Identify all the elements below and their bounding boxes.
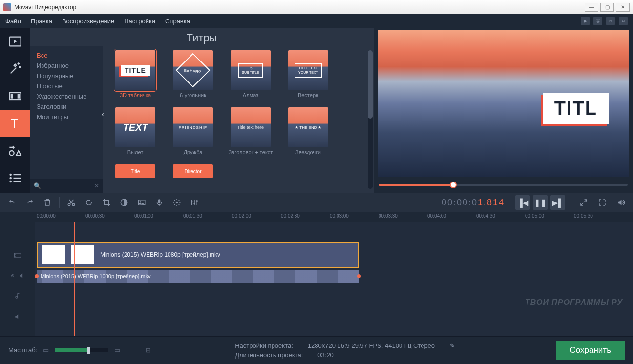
category-artistic[interactable]: Художественные — [30, 91, 103, 101]
svg-rect-19 — [158, 199, 161, 203]
close-button[interactable]: ✕ — [616, 3, 630, 12]
panel-title: Титры — [30, 28, 374, 46]
clip-properties-button[interactable] — [169, 195, 185, 210]
color-button[interactable] — [116, 195, 132, 210]
svg-point-6 — [9, 151, 14, 155]
category-my[interactable]: Мои титры — [30, 112, 103, 122]
prev-frame-button[interactable]: ▐◀ — [515, 195, 530, 210]
menu-settings[interactable]: Настройки — [124, 18, 155, 25]
volume-button[interactable] — [613, 195, 629, 210]
scrollbar[interactable] — [368, 50, 373, 189]
title-thumb[interactable]: ◇SUB TITLEАлмаз — [224, 50, 277, 99]
maximize-button[interactable]: ▢ — [600, 3, 614, 12]
title-thumb[interactable]: Title text hereЗаголовок + текст — [224, 107, 277, 156]
search-row: 🔍 ✕ — [30, 179, 103, 193]
menu-edit[interactable]: Правка — [31, 18, 52, 25]
title-thumb[interactable]: Be Happy6-угольник — [167, 50, 219, 99]
pause-button[interactable]: ❚❚ — [533, 195, 548, 210]
time-ruler[interactable]: 00:00:00 00:00:30 00:01:00 00:01:30 00:0… — [0, 212, 633, 222]
svg-rect-3 — [11, 94, 13, 98]
window-title: Movavi Видеоредактор — [14, 4, 76, 11]
timeline[interactable]: Minions (2015) WEBRip 1080p [трейлер].mk… — [0, 222, 633, 336]
preview-panel: TITL — [374, 28, 633, 193]
filters-tool[interactable] — [0, 55, 30, 82]
category-simple[interactable]: Простые — [30, 81, 103, 91]
crop-button[interactable] — [99, 195, 114, 210]
menu-playback[interactable]: Воспроизведение — [62, 18, 114, 25]
audio-clip[interactable]: Minions (2015) WEBRip 1080p [трейлер].mk… — [37, 270, 359, 283]
svg-point-27 — [20, 254, 20, 254]
svg-marker-7 — [16, 151, 21, 155]
redo-button[interactable] — [22, 195, 38, 210]
media-tool[interactable] — [0, 28, 30, 55]
svg-rect-23 — [196, 201, 198, 202]
app-logo-icon — [3, 3, 11, 11]
preview-canvas[interactable]: TITL — [378, 30, 629, 177]
search-clear-icon[interactable]: ✕ — [94, 182, 99, 189]
delete-button[interactable] — [40, 195, 55, 210]
svg-rect-4 — [18, 94, 20, 98]
save-button[interactable]: Сохранить — [556, 341, 625, 360]
title-thumb[interactable]: Title — [109, 164, 162, 178]
category-all[interactable]: Все — [30, 50, 103, 61]
svg-point-12 — [9, 181, 12, 183]
preview-scrubber[interactable] — [379, 180, 628, 190]
title-thumb[interactable]: TITLE TEXTYOUR TEXTВестерн — [282, 50, 335, 99]
title-thumb[interactable]: TEXTВылет — [109, 107, 162, 156]
svg-point-26 — [15, 256, 16, 256]
mute-icon[interactable] — [0, 310, 35, 324]
menu-file[interactable]: Файл — [5, 18, 21, 25]
stickers-tool[interactable] — [0, 137, 30, 164]
cut-button[interactable] — [63, 195, 79, 210]
zoom-out-icon[interactable]: ▭ — [43, 346, 49, 354]
project-duration-label: Длительность проекта: — [235, 351, 303, 359]
popout-button[interactable] — [576, 195, 591, 210]
menubar: Файл Правка Воспроизведение Настройки Сп… — [0, 14, 633, 28]
fullscreen-button[interactable] — [594, 195, 610, 210]
more-tool[interactable] — [0, 164, 30, 192]
transitions-tool[interactable] — [0, 82, 30, 110]
titlebar: Movavi Видеоредактор — ▢ ✕ — [0, 0, 633, 14]
menu-help[interactable]: Справка — [165, 18, 190, 25]
next-frame-button[interactable]: ▶▌ — [550, 195, 565, 210]
edit-toolbar: 00:00:01.814 ▐◀ ❚❚ ▶▌ — [0, 193, 633, 212]
svg-point-8 — [9, 174, 12, 176]
category-popular[interactable]: Популярные — [30, 71, 103, 81]
equalizer-button[interactable] — [187, 195, 202, 210]
search-icon[interactable]: 🔍 — [34, 182, 41, 189]
svg-point-18 — [140, 201, 141, 202]
image-button[interactable] — [134, 195, 149, 210]
clip-thumbnail — [42, 245, 65, 264]
zoom-in-icon[interactable]: ▭ — [114, 346, 120, 354]
youtube-icon[interactable]: ▶ — [581, 17, 590, 25]
minimize-button[interactable]: — — [585, 3, 598, 12]
tool-sidebar: T — [0, 28, 30, 193]
record-audio-button[interactable] — [151, 195, 167, 210]
svg-rect-9 — [14, 174, 21, 175]
share-icon[interactable]: ⧉ — [619, 17, 628, 25]
undo-button[interactable] — [4, 195, 20, 210]
title-thumb[interactable]: Director — [167, 164, 219, 178]
title-thumb[interactable]: FRIENDSHIPДружба — [167, 107, 219, 156]
vk-icon[interactable]: B — [606, 17, 615, 25]
title-thumb[interactable]: TITLE3D-табличка — [109, 50, 162, 99]
titles-tool[interactable]: T — [0, 110, 30, 137]
svg-rect-11 — [14, 178, 21, 179]
ok-icon[interactable]: Ⓞ — [593, 17, 602, 25]
svg-rect-22 — [194, 203, 195, 204]
title-thumb[interactable]: ★ THE END ★Звездочки — [282, 107, 335, 156]
category-headers[interactable]: Заголовки — [30, 101, 103, 112]
fit-icon[interactable]: ⊞ — [146, 346, 151, 354]
rotate-button[interactable] — [81, 195, 97, 210]
edit-settings-icon[interactable]: ✎ — [449, 342, 455, 349]
category-list: Все Избранное Популярные Простые Художес… — [30, 46, 103, 193]
playhead[interactable] — [74, 222, 75, 336]
project-duration-value: 03:20 — [317, 351, 334, 359]
svg-point-20 — [176, 202, 178, 204]
zoom-slider[interactable] — [55, 348, 108, 352]
project-settings-label: Настройки проекта: — [235, 342, 293, 349]
svg-point-10 — [9, 177, 12, 180]
category-favorites[interactable]: Избранное — [30, 61, 103, 71]
footer: Масштаб: ▭ ▭ ⊞ Настройки проекта:1280x72… — [0, 336, 633, 364]
video-clip[interactable]: Minions (2015) WEBRip 1080p [трейлер].mk… — [37, 242, 359, 268]
